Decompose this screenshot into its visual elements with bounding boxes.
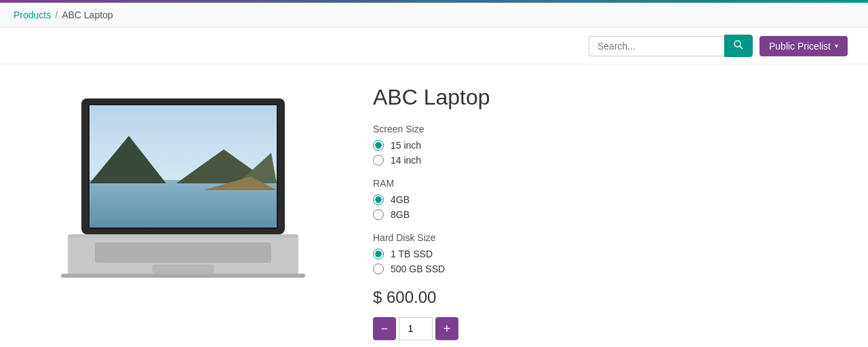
quantity-input[interactable]	[399, 317, 433, 340]
svg-rect-14	[153, 265, 214, 273]
radio-14inch[interactable]	[373, 155, 384, 166]
hard-disk-label: Hard Disk Size	[373, 232, 848, 243]
chevron-down-icon: ▾	[835, 42, 838, 50]
label-8gb: 8GB	[391, 209, 410, 220]
radio-4gb[interactable]	[373, 194, 384, 205]
radio-500gb[interactable]	[373, 263, 384, 274]
product-price: $ 600.00	[373, 288, 436, 306]
label-1tb: 1 TB SSD	[391, 249, 433, 259]
pricelist-button[interactable]: Public Pricelist ▾	[760, 36, 848, 56]
option-500gb: 500 GB SSD	[373, 263, 848, 274]
ram-label: RAM	[373, 178, 848, 189]
svg-rect-10	[90, 192, 277, 196]
hard-disk-group: Hard Disk Size 1 TB SSD 500 GB SSD	[373, 232, 848, 274]
screen-size-group: Screen Size 15 inch 14 inch	[373, 124, 848, 166]
label-500gb: 500 GB SSD	[391, 263, 445, 274]
search-input[interactable]	[589, 36, 724, 56]
option-14inch: 14 inch	[373, 155, 848, 166]
label-4gb: 4GB	[391, 194, 410, 205]
label-14inch: 14 inch	[391, 155, 421, 166]
main-content: ABC Laptop Screen Size 15 inch 14 inch R…	[0, 65, 868, 347]
product-title: ABC Laptop	[373, 85, 848, 110]
price-section: $ 600.00	[373, 288, 848, 307]
quantity-section: − +	[373, 317, 848, 340]
option-4gb: 4GB	[373, 194, 848, 205]
product-details: ABC Laptop Screen Size 15 inch 14 inch R…	[373, 78, 848, 347]
breadcrumb-separator: /	[55, 10, 58, 20]
option-1tb: 1 TB SSD	[373, 249, 848, 259]
radio-1tb[interactable]	[373, 249, 384, 259]
header: Public Pricelist ▾	[0, 28, 868, 65]
svg-rect-13	[95, 242, 271, 263]
breadcrumb-current-page: ABC Laptop	[62, 10, 113, 20]
svg-point-0	[734, 41, 741, 47]
product-image-section	[20, 78, 346, 347]
svg-rect-15	[61, 274, 305, 278]
search-button[interactable]	[724, 35, 753, 57]
quantity-decrease-button[interactable]: −	[373, 317, 396, 340]
breadcrumb: Products / ABC Laptop	[14, 10, 854, 20]
screen-size-label: Screen Size	[373, 124, 848, 134]
label-15inch: 15 inch	[391, 140, 421, 151]
product-image	[41, 92, 326, 289]
svg-line-1	[740, 46, 743, 49]
search-icon	[733, 39, 744, 50]
option-8gb: 8GB	[373, 209, 848, 220]
breadcrumb-bar: Products / ABC Laptop	[0, 3, 868, 28]
search-wrapper	[589, 35, 753, 57]
pricelist-label: Public Pricelist	[769, 41, 831, 52]
radio-8gb[interactable]	[373, 209, 384, 220]
radio-15inch[interactable]	[373, 140, 384, 151]
quantity-increase-button[interactable]: +	[435, 317, 458, 340]
option-15inch: 15 inch	[373, 140, 848, 151]
breadcrumb-products-link[interactable]: Products	[14, 10, 51, 20]
ram-group: RAM 4GB 8GB	[373, 178, 848, 220]
